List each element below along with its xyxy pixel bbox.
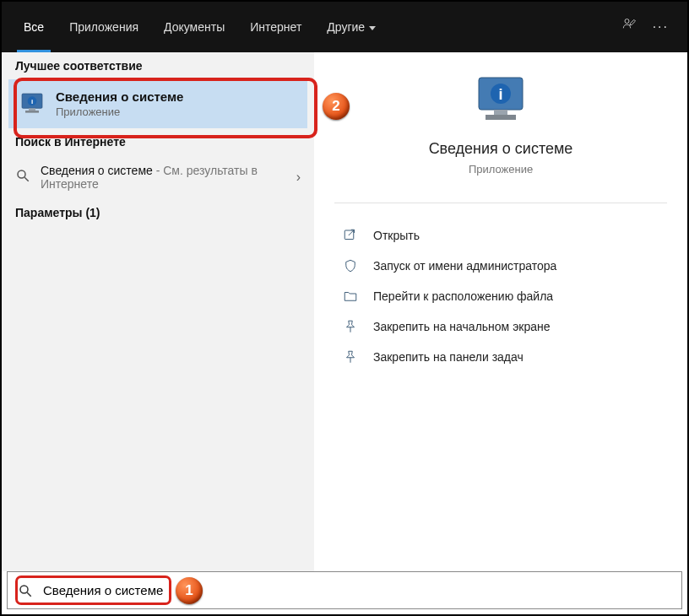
results-panel: Лучшее соответствие i Сведения о системе… (2, 52, 314, 571)
action-goto-label: Перейти к расположению файла (373, 289, 553, 303)
pin-taskbar-icon (341, 349, 360, 365)
chevron-right-icon[interactable]: › (296, 170, 301, 185)
preview-app-icon: i (474, 73, 528, 127)
web-search-text: Сведения о системе - См. результаты в Ин… (41, 164, 290, 191)
preview-title: Сведения о системе (334, 140, 667, 158)
settings-header[interactable]: Параметры (1) (2, 199, 314, 226)
feedback-icon[interactable] (621, 17, 637, 37)
preview-panel: i Сведения о системе Приложение Открыть … (314, 52, 687, 571)
tab-all[interactable]: Все (15, 14, 52, 41)
action-open[interactable]: Открыть (334, 220, 667, 251)
tab-documents[interactable]: Документы (155, 14, 233, 41)
search-bar[interactable] (7, 571, 682, 609)
svg-point-0 (625, 19, 629, 24)
search-icon (18, 583, 33, 598)
action-run-admin[interactable]: Запуск от имени администратора (334, 251, 667, 281)
action-pin-start[interactable]: Закрепить на начальном экране (334, 311, 667, 342)
action-pin-taskbar[interactable]: Закрепить на панели задач (334, 342, 667, 372)
folder-icon (341, 289, 360, 304)
svg-rect-12 (486, 115, 516, 120)
pin-start-icon (341, 319, 360, 334)
svg-line-7 (24, 177, 29, 181)
web-search-name: Сведения о системе (41, 164, 153, 177)
web-search-item[interactable]: Сведения о системе - См. результаты в Ин… (2, 155, 314, 199)
top-tab-bar: Все Приложения Документы Интернет Другие… (2, 2, 687, 52)
action-pin-taskbar-label: Закрепить на панели задач (373, 350, 524, 364)
best-match-item[interactable]: i Сведения о системе Приложение (8, 79, 307, 128)
search-input[interactable] (43, 583, 671, 597)
action-admin-label: Запуск от имени администратора (373, 259, 556, 273)
divider (334, 203, 667, 203)
tab-other-label: Другие (327, 20, 365, 34)
action-pin-start-label: Закрепить на начальном экране (373, 320, 551, 333)
best-match-header: Лучшее соответствие (2, 52, 314, 79)
web-search-header: Поиск в Интернете (2, 128, 314, 155)
open-icon (341, 228, 360, 243)
tab-internet[interactable]: Интернет (241, 14, 310, 41)
svg-text:i: i (498, 86, 502, 103)
best-match-title: Сведения о системе (56, 89, 183, 104)
tab-apps[interactable]: Приложения (61, 14, 147, 41)
best-match-sub: Приложение (56, 105, 183, 118)
tab-other[interactable]: Другие (318, 14, 384, 41)
svg-point-16 (20, 586, 28, 593)
svg-line-17 (27, 592, 31, 597)
action-open-location[interactable]: Перейти к расположению файла (334, 281, 667, 311)
admin-icon (341, 258, 360, 273)
svg-point-6 (18, 170, 25, 178)
more-icon[interactable]: ··· (653, 19, 669, 35)
svg-rect-4 (29, 108, 35, 111)
svg-rect-5 (25, 111, 39, 113)
system-info-icon: i (19, 90, 46, 117)
action-open-label: Открыть (373, 229, 420, 242)
action-list: Открыть Запуск от имени администратора П… (314, 220, 687, 372)
svg-text:i: i (31, 98, 33, 105)
svg-rect-11 (494, 110, 507, 115)
preview-sub: Приложение (334, 163, 667, 176)
chevron-down-icon (369, 26, 376, 30)
search-icon (15, 168, 30, 186)
